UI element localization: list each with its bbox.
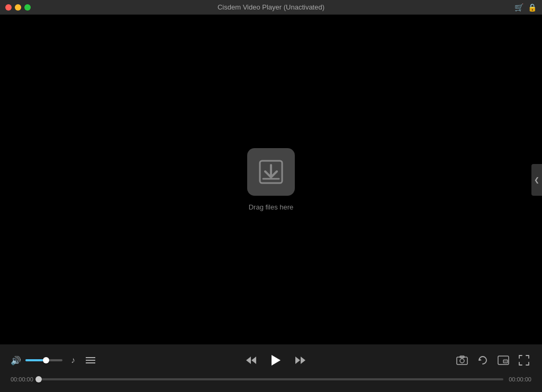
close-button[interactable] <box>5 4 12 11</box>
rewind-button[interactable] <box>243 353 259 367</box>
cart-icon: 🛒 <box>514 3 523 12</box>
forward-button[interactable] <box>293 353 309 367</box>
maximize-button[interactable] <box>24 4 31 11</box>
drop-icon-inner <box>256 157 286 187</box>
svg-marker-6 <box>272 355 281 366</box>
music-icon[interactable]: ♪ <box>69 353 77 367</box>
progress-slider[interactable] <box>39 378 503 380</box>
minimize-button[interactable] <box>15 4 21 11</box>
controls-left: 🔊 ♪ <box>11 353 97 367</box>
svg-point-10 <box>460 359 464 363</box>
screenshot-button[interactable] <box>454 353 470 367</box>
volume-slider[interactable] <box>25 359 62 361</box>
sidebar-toggle[interactable]: ❮ <box>531 164 542 196</box>
time-current: 00:00:00 <box>11 376 33 382</box>
title-bar-icons: 🛒 🔒 <box>514 3 537 12</box>
svg-marker-5 <box>251 357 256 364</box>
video-area[interactable]: Drag files here ❮ <box>0 15 542 344</box>
drag-text: Drag files here <box>249 203 294 211</box>
controls-top: 🔊 ♪ <box>11 350 531 371</box>
rotate-button[interactable] <box>475 353 490 368</box>
svg-marker-12 <box>479 358 482 361</box>
svg-rect-9 <box>457 357 467 364</box>
lock-icon: 🔒 <box>528 3 537 12</box>
volume-thumb[interactable] <box>43 357 49 363</box>
drop-icon-container <box>247 148 295 196</box>
controls-bar: 🔊 ♪ <box>0 344 542 392</box>
chevron-left-icon: ❮ <box>534 176 539 184</box>
svg-marker-8 <box>301 357 305 364</box>
progress-thumb[interactable] <box>35 376 42 382</box>
progress-row: 00:00:00 00:00:00 <box>11 374 531 385</box>
play-button[interactable] <box>267 352 284 369</box>
volume-section: 🔊 <box>11 355 62 366</box>
import-icon <box>258 159 284 185</box>
fullscreen-button[interactable] <box>517 353 531 368</box>
controls-right <box>454 353 531 368</box>
playlist-icon[interactable] <box>84 354 97 366</box>
svg-marker-7 <box>295 357 300 364</box>
volume-icon: 🔊 <box>11 355 21 366</box>
controls-center <box>243 352 309 369</box>
window-title: Cisdem Video Player (Unactivated) <box>218 3 324 11</box>
traffic-lights <box>5 4 31 11</box>
time-total: 00:00:00 <box>509 376 531 382</box>
drop-zone[interactable]: Drag files here <box>247 148 295 211</box>
svg-rect-14 <box>503 360 508 363</box>
title-bar: Cisdem Video Player (Unactivated) 🛒 🔒 <box>0 0 542 15</box>
pip-button[interactable] <box>495 353 511 367</box>
svg-marker-4 <box>246 357 251 364</box>
